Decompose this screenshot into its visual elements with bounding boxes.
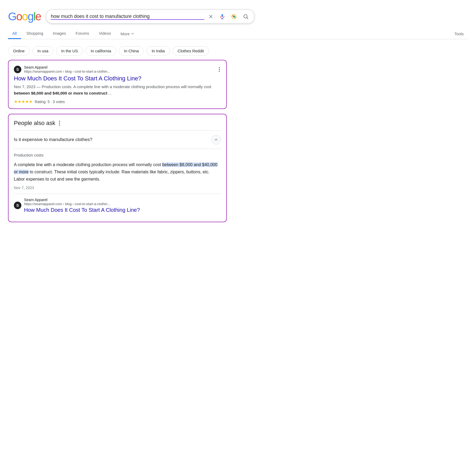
paa-title: People also ask [14,120,55,127]
clear-button[interactable] [207,13,215,20]
microphone-icon [219,14,225,19]
logo-g2: g [27,10,33,23]
logo-e: e [35,10,41,23]
result-rating: ★★★★★ Rating: 5 · 3 votes [14,99,221,104]
filter-in-the-us[interactable]: In the US [56,46,83,56]
logo-l: l [33,10,35,23]
filter-in-china[interactable]: In China [119,46,144,56]
filter-clothes-reddit[interactable]: Clothes Reddit [173,46,209,56]
paa-source-favicon: S [14,202,21,209]
result-snippet: Nov 7, 2023 — Production costs. A comple… [14,84,221,96]
svg-line-6 [247,18,248,19]
paa-source-url: https://seamapparel.com › blog › cost-to… [24,202,140,206]
header: Google [8,5,468,26]
tab-videos[interactable]: Videos [94,28,115,39]
paa-source-name: Seam Apparel [24,198,140,202]
more-menu[interactable]: More [116,29,139,39]
paa-source-row: S Seam Apparel https://seamapparel.com ›… [14,194,221,217]
search-bar [46,10,254,24]
google-logo: Google [8,10,41,23]
result-source: S Seam Apparel https://seamapparel.com ›… [14,65,221,73]
tools-button[interactable]: Tools [450,29,468,39]
source-info: Seam Apparel https://seamapparel.com › b… [24,65,110,73]
result-title[interactable]: How Much Does It Cost To Start A Clothin… [14,75,221,82]
paa-date: Nov 7, 2023 [14,186,221,190]
filter-pills: Online In usa In the US In california In… [8,44,468,60]
more-label: More [121,32,130,36]
source-favicon: S [14,66,21,73]
snippet-bold: between $8,000 and $40,000 or more to co… [14,91,107,95]
search-input[interactable] [51,14,204,20]
paa-question: Is it expensive to manufacture clothes? [14,137,92,142]
results-area: S Seam Apparel https://seamapparel.com ›… [8,60,227,222]
voice-search-button[interactable] [218,13,226,21]
rating-label: Rating: 5 · 3 votes [35,100,65,104]
lens-button[interactable] [230,13,238,21]
paa-content: A complete line with a moderate clothing… [14,161,221,183]
filter-in-california[interactable]: In california [86,46,116,56]
tab-images[interactable]: Images [49,28,70,39]
paa-menu-button[interactable] [58,120,61,127]
paa-header: People also ask [14,120,221,127]
logo-o2: o [22,10,27,23]
snippet-post: ... [107,91,112,95]
logo-o1: o [16,10,22,23]
paa-expanded-content: Production costs A complete line with a … [14,149,221,222]
paa-question-row[interactable]: Is it expensive to manufacture clothes? [14,131,221,149]
paa-expand-button[interactable] [211,135,221,144]
svg-rect-0 [222,14,223,17]
paa-source-title-link[interactable]: How Much Does It Cost To Start A Clothin… [24,207,140,213]
paa-source-info: Seam Apparel https://seamapparel.com › b… [24,198,140,213]
lens-icon [231,14,237,19]
rating-stars: ★★★★★ [14,99,33,104]
snippet-pre: Production costs. A complete line with a… [42,84,211,89]
tab-all[interactable]: All [8,28,21,39]
source-name: Seam Apparel [24,65,110,69]
first-result-card: S Seam Apparel https://seamapparel.com ›… [8,60,227,109]
result-menu-button[interactable] [218,66,221,73]
logo-g: G [8,10,16,23]
close-icon [208,14,213,19]
filter-online[interactable]: Online [8,46,30,56]
people-also-ask-card: People also ask Is it expensive to manuf… [8,114,227,222]
paa-sub-heading: Production costs [14,153,221,157]
filter-in-india[interactable]: In India [146,46,170,56]
tab-shopping[interactable]: Shopping [22,28,47,39]
chevron-up-icon [214,137,219,142]
search-icon [243,14,249,19]
source-url: https://seamapparel.com › blog › cost-to… [24,69,110,73]
search-button[interactable] [242,13,250,21]
snippet-dash: — [37,84,42,89]
chevron-down-icon [131,32,134,36]
snippet-date: Nov 7, 2023 [14,84,35,89]
filter-in-usa[interactable]: In usa [32,46,53,56]
nav-tabs: All Shopping Images Forums Videos More T… [8,26,468,39]
paa-content-pre: A complete line with a moderate clothing… [14,162,162,167]
search-icons [207,13,250,21]
tab-forums[interactable]: Forums [71,28,93,39]
paa-content-post: to construct. These initial costs typica… [14,170,209,181]
